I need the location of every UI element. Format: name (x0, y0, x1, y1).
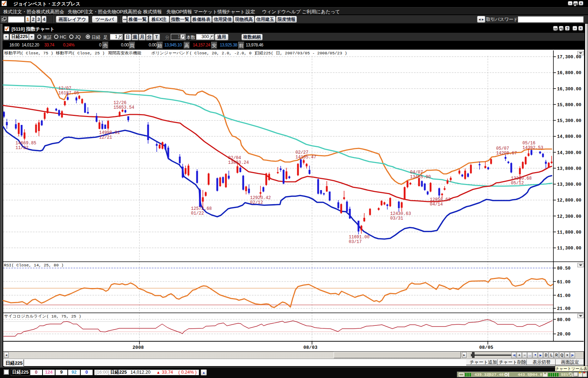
svg-text:15,300.00: 15,300.00 (557, 118, 582, 123)
svg-text:80.00: 80.00 (557, 318, 571, 323)
svg-text:期間高安表示機能: 期間高安表示機能 (108, 51, 142, 55)
svg-text:03/17: 03/17 (349, 239, 362, 244)
svg-text:41.00: 41.00 (557, 293, 571, 298)
svg-text:05/12: 05/12 (511, 181, 524, 186)
svg-text:04/07: 04/07 (410, 170, 423, 175)
svg-text:12858.63: 12858.63 (430, 197, 451, 202)
svg-text:80.50: 80.50 (557, 266, 571, 271)
svg-text:14998.01: 14998.01 (99, 130, 120, 135)
svg-text:14,300.00: 14,300.00 (557, 150, 582, 156)
svg-text:サイコロジカルライン( 10, 75, 25 ): サイコロジカルライン( 10, 75, 25 ) (4, 314, 81, 319)
svg-text:12430.63: 12430.63 (390, 211, 411, 216)
svg-text:14392.53: 14392.53 (522, 145, 543, 150)
svg-text:14105.47: 14105.47 (295, 155, 316, 160)
svg-text:12,300.00: 12,300.00 (557, 214, 582, 219)
svg-text:RSI( Close, 14, 25, 80 ): RSI( Close, 14, 25, 80 ) (4, 263, 64, 267)
svg-text:11,800.00: 11,800.00 (557, 230, 582, 235)
svg-text:16,300.00: 16,300.00 (557, 87, 582, 92)
svg-text:17,300.00: 17,300.00 (557, 55, 582, 60)
svg-text:04/14: 04/14 (430, 202, 443, 207)
svg-text:13485.90: 13485.90 (410, 175, 431, 180)
svg-text:05/07: 05/07 (496, 146, 509, 151)
svg-text:02/27: 02/27 (295, 150, 308, 155)
svg-text:12572.68: 12572.68 (191, 206, 212, 211)
svg-text:12/26: 12/26 (113, 100, 126, 105)
svg-text:11691.00: 11691.00 (349, 235, 370, 240)
svg-text:12,800.00: 12,800.00 (557, 198, 582, 203)
svg-text:21.00: 21.00 (557, 306, 571, 311)
svg-text:14669.85: 14669.85 (15, 141, 36, 146)
svg-text:02/04: 02/04 (228, 156, 241, 161)
svg-text:01/22: 01/22 (191, 211, 204, 216)
svg-text:02/12: 02/12 (250, 200, 263, 205)
svg-text:14208.67: 14208.67 (496, 151, 517, 156)
svg-text:61.00: 61.00 (557, 280, 571, 285)
svg-text:日経225( 日, 2007/03/05 - 2008/05: 日経225( 日, 2007/03/05 - 2008/05/23 ) (255, 51, 347, 55)
svg-text:12923.42: 12923.42 (250, 195, 271, 201)
svg-text:15653.54: 15653.54 (113, 105, 134, 110)
svg-text:14,800.00: 14,800.00 (557, 134, 582, 139)
svg-text:2008: 2008 (133, 345, 144, 350)
svg-text:12/07: 12/07 (58, 86, 71, 91)
svg-text:16187.05: 16187.05 (58, 91, 79, 96)
svg-text:15,800.00: 15,800.00 (557, 103, 582, 108)
svg-text:13,800.00: 13,800.00 (557, 166, 582, 171)
svg-text:ボリンジャーバンド( Close, 20, 2.0, -2.: ボリンジャーバンド( Close, 20, 2.0, -2.0, 0 ) (151, 51, 257, 55)
svg-text:08/05: 08/05 (479, 345, 493, 350)
svg-text:20.00: 20.00 (557, 332, 571, 337)
svg-text:13,300.00: 13,300.00 (557, 182, 582, 187)
svg-text:移動平均( Close, 25 ): 移動平均( Close, 25 ) (56, 51, 105, 55)
svg-text:11/22: 11/22 (15, 145, 28, 150)
svg-text:移動平均( Close, 75 ): 移動平均( Close, 75 ) (4, 51, 53, 55)
svg-text:13340.68: 13340.68 (511, 176, 532, 181)
svg-text:11,300.00: 11,300.00 (557, 246, 582, 251)
svg-text:13883.24: 13883.24 (228, 160, 249, 165)
svg-text:08/03: 08/03 (303, 345, 317, 350)
svg-text:05/16: 05/16 (522, 141, 535, 146)
svg-text:16,800.00: 16,800.00 (557, 71, 582, 76)
svg-text:03/31: 03/31 (390, 216, 403, 221)
svg-text:12/21: 12/21 (99, 135, 112, 140)
